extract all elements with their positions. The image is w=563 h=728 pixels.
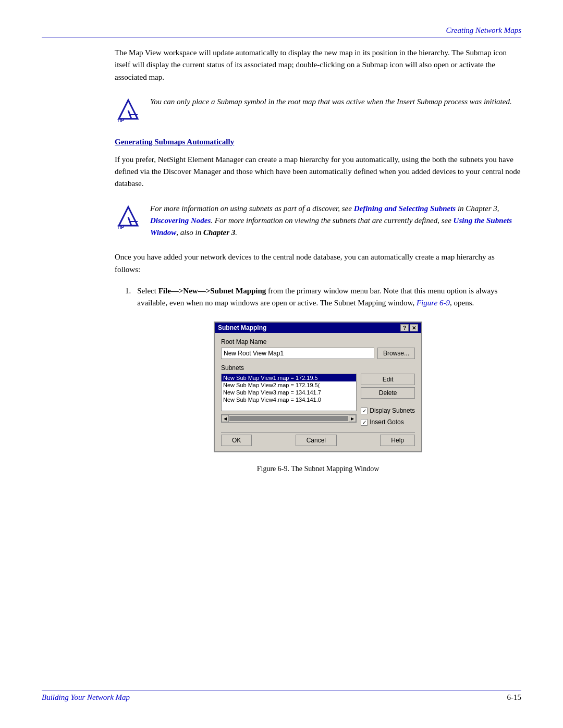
tip2-text: For more information on using subnets as… [150,203,521,239]
help-button[interactable]: Help [380,435,415,446]
scroll-left-btn[interactable]: ◀ [222,415,229,422]
dialog-right-panel: Edit Delete ✓ Display Subnets ✓ Insert G… [361,374,415,428]
list-item[interactable]: New Sub Map View4.map = 134.141.0 [222,396,356,403]
insert-gotos-label: Insert Gotos [370,418,403,426]
root-map-input[interactable] [221,348,374,359]
svg-text:TIP: TIP [117,225,124,230]
list-item-1-bold: File—>New—>Subnet Mapping [158,287,266,295]
numbered-list: 1. Select File—>New—>Subnet Mapping from… [125,285,521,310]
tip2-link1: Defining and Selecting Subnets [354,204,456,213]
insert-gotos-row: ✓ Insert Gotos [361,418,415,426]
display-subnets-row: ✓ Display Subnets [361,407,415,414]
dialog-footer-btns: OK Cancel Help [221,432,415,446]
intro-paragraph: The Map View workspace will update autom… [115,47,521,83]
dialog-title: Subnet Mapping [218,324,266,331]
list-item-1-prefix: Select [137,287,158,295]
tip2-mid2: . For more information on viewing the su… [211,216,453,225]
horizontal-scrollbar[interactable]: ◀ ▶ [221,414,357,423]
edit-button[interactable]: Edit [361,374,415,385]
dialog-content-area: New Sub Map View1.map = 172.19.5 New Sub… [221,374,415,428]
ok-button[interactable]: OK [221,435,252,446]
list-item[interactable]: New Sub Map View1.map = 172.19.5 [222,374,356,381]
scrollbar-track[interactable] [229,416,348,421]
list-item-1-num: 1. [125,285,131,310]
subnets-label: Subnets [221,364,415,372]
display-subnets-label: Display Subnets [370,407,415,414]
browse-button[interactable]: Browse... [377,348,415,359]
scroll-right-btn[interactable]: ▶ [349,415,356,422]
tip2-period: . [235,228,237,237]
tip-box-1: TIP You can only place a Submap symbol i… [115,96,521,123]
tip2-mid1: in Chapter 3, [456,204,499,213]
figure-caption: Figure 6-9. The Subnet Mapping Window [115,465,521,473]
dialog-window: Subnet Mapping ? ✕ Root Map Name Browse.… [214,322,422,452]
list-item-1: 1. Select File—>New—>Subnet Mapping from… [125,285,521,310]
tip-icon-1: TIP [115,96,142,123]
subnets-listbox[interactable]: New Sub Map View1.map = 172.19.5 New Sub… [221,374,357,411]
list-item-1-end: , opens. [450,299,474,307]
insert-gotos-checkbox[interactable]: ✓ [361,419,368,426]
root-map-label: Root Map Name [221,338,415,346]
dialog-close-btn[interactable]: ✕ [410,324,418,331]
list-item[interactable]: New Sub Map View2.map = 172.19.5( [222,381,356,389]
after-tip-paragraph: Once you have added your network devices… [115,251,521,276]
dialog-left-panel: New Sub Map View1.map = 172.19.5 New Sub… [221,374,357,428]
dialog-body: Root Map Name Browse... Subnets New S [215,333,421,451]
root-map-row: Browse... [221,348,415,359]
dialog-titlebar: Subnet Mapping ? ✕ [215,323,421,333]
tip-icon-2: TIP [115,203,142,230]
svg-marker-0 [119,100,138,119]
tip2-link2: Discovering Nodes [150,216,211,225]
cancel-button[interactable]: Cancel [296,435,337,446]
dialog-titlebar-buttons: ? ✕ [400,324,418,331]
tip-box-2: TIP For more information on using subnet… [115,203,521,239]
section-paragraph: If you prefer, NetSight Element Manager … [115,154,521,190]
tip2-end: , also in [176,228,203,237]
tip2-bold: Chapter 3 [203,228,235,237]
list-item[interactable]: New Sub Map View3.map = 134.141.7 [222,389,356,396]
delete-button[interactable]: Delete [361,387,415,399]
section-heading: Generating Submaps Automatically [115,138,521,146]
scrollbar-inner: ◀ ▶ [222,415,356,422]
list-item-1-text: Select File—>New—>Subnet Mapping from th… [137,285,521,310]
display-subnets-checkbox[interactable]: ✓ [361,408,368,414]
list-item-1-link: Figure 6-9 [417,299,450,307]
dialog-help-btn[interactable]: ? [400,324,409,331]
dialog-container: Subnet Mapping ? ✕ Root Map Name Browse.… [214,322,422,452]
tip1-text: You can only place a Submap symbol in th… [150,96,521,108]
svg-marker-4 [119,207,138,226]
tip2-prefix: For more information on using subnets as… [150,204,354,213]
svg-text:TIP: TIP [117,118,124,123]
